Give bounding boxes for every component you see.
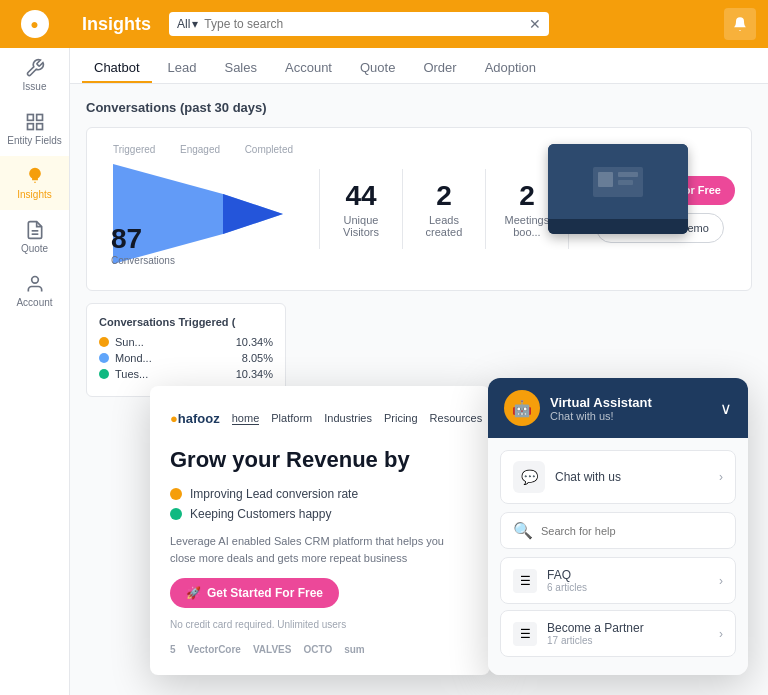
va-search-input[interactable] <box>541 525 723 537</box>
laptop-content-icon <box>588 162 648 202</box>
legend-value-sun: 10.34% <box>236 336 273 348</box>
rocket-icon-2: 🚀 <box>186 586 201 600</box>
va-partner-title: Become a Partner <box>547 621 709 635</box>
feature-item-2: Keeping Customers happy <box>170 507 470 521</box>
notification-icon-button[interactable] <box>724 8 756 40</box>
sidebar-item-account-label: Account <box>16 297 52 308</box>
sidebar-item-insights[interactable]: Insights <box>0 156 69 210</box>
sidebar-item-issue-label: Issue <box>23 81 47 92</box>
search-all-dropdown[interactable]: All ▾ <box>177 17 198 31</box>
website-overlay-card: ●hafooz home Platform Industries Pricing… <box>150 386 490 675</box>
feature-list: Improving Lead conversion rate Keeping C… <box>170 487 470 521</box>
conversations-section-title: Conversations (past 30 days) <box>86 100 752 115</box>
partner-3: VALVES <box>253 644 292 655</box>
va-partner-item[interactable]: ☰ Become a Partner 17 articles › <box>500 610 736 657</box>
conv-triggered-title: Conversations Triggered ( <box>99 316 273 328</box>
feature-text-2: Keeping Customers happy <box>190 507 331 521</box>
va-faq-title: FAQ <box>547 568 709 582</box>
faq-icon: ☰ <box>513 569 537 593</box>
partner-icon: ☰ <box>513 622 537 646</box>
wrench-icon <box>25 58 45 78</box>
tab-chatbot[interactable]: Chatbot <box>82 54 152 83</box>
leads-created-label: Leads created <box>419 214 469 238</box>
laptop-base <box>548 219 688 234</box>
funnel-label-triggered: Triggered <box>113 144 155 155</box>
tab-sales[interactable]: Sales <box>212 54 269 83</box>
website-nav-platform[interactable]: Platform <box>271 412 312 424</box>
search-icon-va: 🔍 <box>513 521 533 540</box>
website-nav-industries[interactable]: Industries <box>324 412 372 424</box>
grid-icon <box>25 112 45 132</box>
laptop-screen <box>548 144 688 219</box>
no-credit-label: No credit card required. Unlimited users <box>170 619 346 630</box>
topbar: Insights All ▾ ✕ <box>70 0 768 48</box>
va-info: Virtual Assistant Chat with us! <box>550 395 710 422</box>
va-chat-option[interactable]: 💬 Chat with us › <box>500 450 736 504</box>
sidebar-item-issue[interactable]: Issue <box>0 48 69 102</box>
chat-icon: 💬 <box>513 461 545 493</box>
svg-rect-11 <box>618 172 638 177</box>
svg-rect-0 <box>27 115 33 121</box>
meetings-booked-label: Meetings boo... <box>502 214 552 238</box>
conversations-triggered-card: Conversations Triggered ( Sun... 10.34% … <box>86 303 286 397</box>
sidebar: ● Issue Entity Fields Insights <box>0 0 70 695</box>
legend-dot-mon <box>99 353 109 363</box>
funnel-label-completed: Completed <box>245 144 293 155</box>
feature-item-1: Improving Lead conversion rate <box>170 487 470 501</box>
document-icon <box>25 220 45 240</box>
va-faq-count: 6 articles <box>547 582 709 593</box>
va-partner-info: Become a Partner 17 articles <box>547 621 709 646</box>
svg-marker-8 <box>223 194 283 234</box>
sidebar-item-entity-fields[interactable]: Entity Fields <box>0 102 69 156</box>
tab-account[interactable]: Account <box>273 54 344 83</box>
conversations-label: Conversations <box>111 255 175 266</box>
chevron-down-icon: ▾ <box>192 17 198 31</box>
bell-icon <box>732 16 748 32</box>
app-title: Insights <box>82 14 151 35</box>
svg-rect-10 <box>598 172 613 187</box>
va-header: 🤖 Virtual Assistant Chat with us! ∨ <box>488 378 748 438</box>
va-avatar: 🤖 <box>504 390 540 426</box>
partner-4: OCTO <box>303 644 332 655</box>
legend-item-mon: Mond... 8.05% <box>99 352 273 364</box>
tab-order[interactable]: Order <box>411 54 468 83</box>
grow-heading: Grow your Revenue by <box>170 446 470 475</box>
legend-label-tue: Tues... <box>115 368 148 380</box>
sidebar-item-quote[interactable]: Quote <box>0 210 69 264</box>
partner-1: 5 <box>170 644 176 655</box>
chevron-right-icon-chat: › <box>719 470 723 484</box>
tab-adoption[interactable]: Adoption <box>473 54 548 83</box>
website-nav-pricing[interactable]: Pricing <box>384 412 418 424</box>
website-nav-home[interactable]: home <box>232 412 260 425</box>
stats-divider-3 <box>485 169 486 249</box>
close-icon[interactable]: ✕ <box>529 16 541 32</box>
stats-divider-1 <box>319 169 320 249</box>
website-description: Leverage AI enabled Sales CRM platform t… <box>170 533 470 566</box>
va-faq-item[interactable]: ☰ FAQ 6 articles › <box>500 557 736 604</box>
stat-unique-visitors: 44 Unique Visitors <box>336 180 386 238</box>
tab-quote[interactable]: Quote <box>348 54 407 83</box>
partner-5: sum <box>344 644 365 655</box>
legend-value-tue: 10.34% <box>236 368 273 380</box>
website-cta-button[interactable]: 🚀 Get Started For Free <box>170 578 339 608</box>
funnel-chart-area: Triggered Engaged Completed 87 Conversat… <box>103 144 303 274</box>
nav-tabs: Chatbot Lead Sales Account Quote Order A… <box>70 48 768 84</box>
funnel-label-engaged: Engaged <box>180 144 220 155</box>
search-input[interactable] <box>204 17 523 31</box>
legend-label-sun: Sun... <box>115 336 144 348</box>
svg-rect-1 <box>36 115 42 121</box>
logo-icon: ● <box>21 10 49 38</box>
va-partner-count: 17 articles <box>547 635 709 646</box>
sidebar-item-quote-label: Quote <box>21 243 48 254</box>
partners-row: 5 VectorCore VALVES OCTO sum <box>170 644 470 655</box>
website-nav-resources[interactable]: Resources <box>430 412 483 424</box>
feature-text-1: Improving Lead conversion rate <box>190 487 358 501</box>
va-title: Virtual Assistant <box>550 395 710 410</box>
stat-leads-created: 2 Leads created <box>419 180 469 238</box>
svg-rect-2 <box>27 124 33 130</box>
tab-lead[interactable]: Lead <box>156 54 209 83</box>
unique-visitors-number: 44 <box>336 180 386 212</box>
sidebar-item-account[interactable]: Account <box>0 264 69 318</box>
search-all-label: All <box>177 17 190 31</box>
va-collapse-icon[interactable]: ∨ <box>720 399 732 418</box>
